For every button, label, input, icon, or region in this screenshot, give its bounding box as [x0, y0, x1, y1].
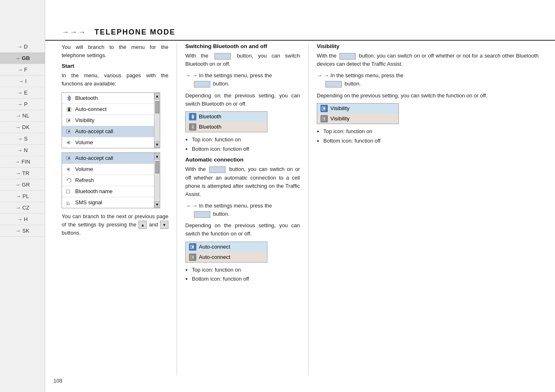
autoacceptcall-icon — [65, 128, 73, 135]
menu-row-bluetooth[interactable]: Bluetooth — [62, 93, 154, 104]
autoacceptcall2-icon — [65, 154, 73, 162]
svg-rect-6 — [68, 120, 70, 121]
sidebar-item-E[interactable]: → E — [0, 87, 45, 99]
svg-point-17 — [66, 202, 70, 205]
autoconn-para2: Depending on the previous setting, you c… — [185, 221, 300, 238]
menu-label-volume: Volume — [75, 139, 151, 145]
nav-instruction: You can branch to the next or previous p… — [62, 212, 168, 238]
refresh2-icon — [65, 177, 73, 184]
autoconnect-on-icon — [189, 243, 196, 251]
sidebar-item-GR[interactable]: → GR — [0, 179, 45, 191]
sidebar-item-CZ[interactable]: → CZ — [0, 202, 45, 214]
svg-rect-29 — [323, 108, 325, 109]
nav-arrows: →→→ — [62, 28, 86, 37]
svg-marker-12 — [67, 167, 69, 171]
autoconnect-state-widget: Auto-connect Auto-connect — [185, 242, 267, 263]
inline-btn-2[interactable] — [194, 211, 210, 218]
sidebar-item-PL[interactable]: → PL — [0, 191, 45, 202]
nav-text-and: and — [149, 221, 158, 228]
menu-row2-refresh[interactable]: Refresh — [62, 175, 154, 186]
inline-autoconn-btn[interactable] — [209, 166, 226, 173]
visibility-para2: Depending on the previous setting, you c… — [317, 92, 539, 100]
sidebar-item-GB[interactable]: → GB — [0, 53, 45, 64]
scroll-thumb-2[interactable] — [155, 161, 159, 173]
scroll-down-1[interactable]: ▼ — [154, 141, 160, 148]
sidebar-item-F[interactable]: → F — [0, 64, 45, 76]
sidebar-item-SK[interactable]: → SK — [0, 225, 45, 237]
svg-point-15 — [67, 203, 68, 205]
scroll-down-2[interactable]: ▼ — [154, 201, 160, 208]
visibility-on-label: Visibility — [330, 105, 350, 111]
sidebar-item-N[interactable]: → N — [0, 145, 45, 156]
sidebar-item-I[interactable]: → I — [0, 76, 45, 87]
menu-row2-volume[interactable]: Volume — [62, 164, 154, 175]
visibility-para1-pre: With the — [317, 53, 336, 59]
sidebar-item-P[interactable]: → P — [0, 99, 45, 110]
visibility-heading: Visibility — [317, 43, 539, 49]
page-number: 108 — [53, 378, 62, 384]
volume-icon — [65, 139, 73, 146]
switching-para2: Depending on the previous setting, you c… — [185, 92, 300, 108]
col-right: Visibility With the button, you can swit… — [308, 43, 539, 376]
svg-rect-31 — [323, 118, 325, 120]
bluetooth-on-icon — [189, 113, 196, 120]
scroll-track-2 — [155, 159, 160, 201]
nav-text-post: buttons. — [62, 230, 81, 236]
autoconn-heading: Automatic connection — [185, 157, 300, 163]
arrow-indicator-1: → — [185, 72, 192, 78]
sidebar-item-D[interactable]: → D — [0, 41, 45, 53]
inline-vis-btn[interactable] — [339, 53, 356, 60]
sidebar-item-S[interactable]: → S — [0, 133, 45, 145]
scroll-thumb-1[interactable] — [155, 101, 159, 113]
nav-up-btn[interactable]: ▲ — [138, 221, 147, 229]
sidebar-item-TR[interactable]: → TR — [0, 168, 45, 179]
bluetooth-on-label: Bluetooth — [199, 113, 221, 120]
svg-rect-14 — [67, 190, 70, 193]
sidebar-item-NL[interactable]: → NL — [0, 110, 45, 122]
sidebar-item-FIN[interactable]: → FIN — [0, 156, 45, 168]
autoconnect-off-label: Auto-connect — [199, 254, 230, 260]
menu-row2-sms[interactable]: SMS signal — [62, 197, 154, 208]
start-heading: Start — [62, 63, 168, 69]
menu-label-autoacceptcall: Auto-accept call — [75, 128, 151, 134]
col-middle: Switching Bluetooth on and off With the … — [177, 43, 308, 376]
start-text: In the menu, various pages with the func… — [62, 71, 168, 88]
scroll-up-2[interactable]: ▲ — [154, 153, 160, 159]
menu-row-autoconnect[interactable]: 📱 Auto-connect — [62, 104, 154, 115]
header-bar: →→→ TELEPHONE MODE — [45, 25, 555, 41]
menu-scrollbar-1[interactable]: ▲ ▼ — [154, 93, 160, 148]
menu-row-visibility[interactable]: Visibility — [62, 115, 154, 126]
menu-rows-2: Auto-accept call Volume — [62, 153, 154, 208]
autoconnect-on-row: Auto-connect — [186, 242, 267, 252]
menu-scrollbar-2[interactable]: ▲ ▼ — [154, 153, 160, 208]
visibility-on-row: Visibility — [317, 104, 398, 114]
autoconnect-off-icon — [189, 254, 196, 261]
bluetooth-state-widget: Bluetooth Bluetooth — [185, 111, 267, 132]
menu-label-visibility: Visibility — [75, 117, 151, 123]
inline-bt-btn[interactable] — [214, 53, 231, 60]
sidebar-item-H[interactable]: → H — [0, 214, 45, 225]
page-footer: 108 — [53, 378, 62, 384]
menu-label2-refresh: Refresh — [75, 177, 151, 183]
visibility-icon — [65, 117, 73, 124]
visibility-step1: → → In the settings menu, press the butt… — [317, 71, 539, 88]
menu-widget-1: Bluetooth 📱 Auto-connect — [62, 92, 160, 148]
menu-row2-btname[interactable]: Bluetooth name — [62, 186, 154, 197]
bluetooth-bullets: Top icon: function on Bottom icon: funct… — [192, 136, 300, 154]
volume2-icon — [65, 166, 73, 173]
autoconnect-off-row: Auto-connect — [186, 252, 267, 262]
inline-btn-3[interactable] — [325, 81, 342, 88]
scroll-up-1[interactable]: ▲ — [154, 93, 160, 99]
menu-widget-2: Auto-accept call Volume — [62, 152, 160, 208]
menu-row-autoacceptcall[interactable]: Auto-accept call — [62, 126, 154, 137]
svg-text:📱: 📱 — [67, 107, 71, 111]
nav-down-btn[interactable]: ▼ — [160, 221, 168, 229]
sidebar-item-DK[interactable]: → DK — [0, 122, 45, 133]
menu-row-volume[interactable]: Volume — [62, 137, 154, 148]
menu-row2-autoacceptcall[interactable]: Auto-accept call — [62, 153, 154, 164]
visibility-off-icon — [320, 115, 328, 122]
switching-heading: Switching Bluetooth on and off — [185, 43, 300, 49]
svg-rect-25 — [192, 246, 193, 248]
inline-btn-1[interactable] — [194, 81, 210, 88]
main-content: You will branch to the menu for the tele… — [45, 0, 555, 392]
